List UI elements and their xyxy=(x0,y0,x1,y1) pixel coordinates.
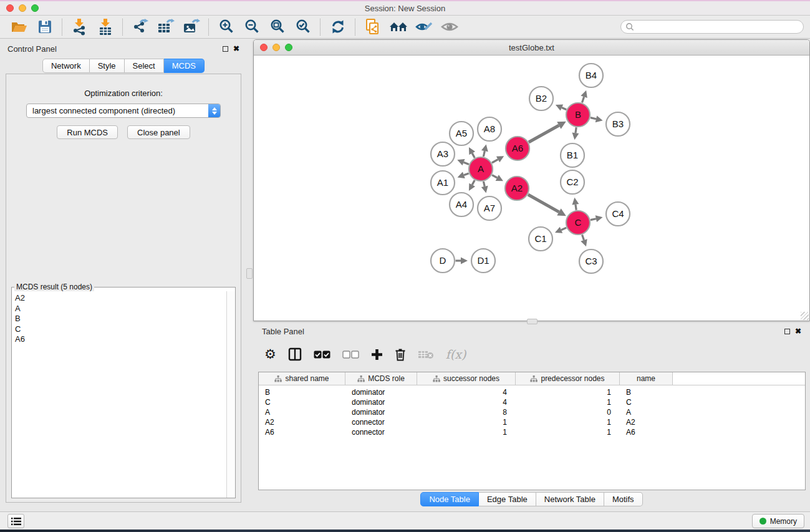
table-cell: 4 xyxy=(417,397,516,407)
column-header-name[interactable]: name xyxy=(620,372,673,385)
table-row[interactable]: Cdominator41C xyxy=(259,397,805,407)
network-graph[interactable]: B4B2BB3A8A5A6A3B1AA1C2A2A4A7C4CC1C3DD1 xyxy=(254,56,809,321)
table-cell: A2 xyxy=(259,417,345,427)
tab-edge-table[interactable]: Edge Table xyxy=(479,492,536,506)
resize-grip[interactable] xyxy=(801,312,809,320)
zoom-out-icon[interactable] xyxy=(239,17,264,37)
refresh-icon[interactable] xyxy=(325,17,350,37)
tab-motifs[interactable]: Motifs xyxy=(604,492,643,506)
result-item[interactable]: A xyxy=(15,304,226,314)
close-panel-icon[interactable]: ✖ xyxy=(233,46,239,52)
graph-node-B2[interactable]: B2 xyxy=(529,87,553,110)
table-row[interactable]: A6connector11A6 xyxy=(259,427,805,437)
graph-node-A8[interactable]: A8 xyxy=(478,117,501,141)
task-history-button[interactable] xyxy=(7,514,24,528)
float-panel-icon[interactable] xyxy=(223,46,228,52)
eye-icon[interactable] xyxy=(436,17,462,37)
zoom-fit-icon[interactable] xyxy=(264,17,290,37)
svg-text:B: B xyxy=(575,109,581,120)
add-icon[interactable] xyxy=(371,346,383,362)
graph-node-C3[interactable]: C3 xyxy=(579,249,603,273)
tab-node-table[interactable]: Node Table xyxy=(420,492,479,506)
tab-network-table[interactable]: Network Table xyxy=(536,492,604,506)
folder-open-icon[interactable] xyxy=(6,17,32,37)
result-item[interactable]: B xyxy=(15,314,226,324)
status-bar: Memory xyxy=(0,511,810,530)
window-controls[interactable] xyxy=(6,4,39,12)
eye-pen-icon[interactable] xyxy=(411,17,436,37)
network-close-button[interactable] xyxy=(260,44,268,51)
network-minimize-button[interactable] xyxy=(272,44,280,51)
graph-node-A7[interactable]: A7 xyxy=(478,196,501,220)
export-table-icon[interactable] xyxy=(153,17,178,37)
table-header-row[interactable]: shared nameMCDS rolesuccessor nodesprede… xyxy=(259,372,805,385)
memory-button[interactable]: Memory xyxy=(752,514,804,528)
graph-node-A2[interactable]: A2 xyxy=(505,177,529,200)
columns-icon[interactable] xyxy=(288,346,302,362)
result-scrollbar[interactable] xyxy=(226,291,235,498)
tab-network[interactable]: Network xyxy=(42,59,90,73)
trash-icon[interactable] xyxy=(395,346,406,362)
run-mcds-button[interactable]: Run MCDS xyxy=(57,125,118,139)
column-header-successor-nodes[interactable]: successor nodes xyxy=(417,372,516,385)
float-table-panel-icon[interactable] xyxy=(784,329,790,334)
close-panel-button[interactable]: Close panel xyxy=(127,125,190,139)
network-window-titlebar[interactable]: testGlobe.txt xyxy=(254,40,809,56)
column-header-shared-name[interactable]: shared name xyxy=(259,372,345,385)
close-window-button[interactable] xyxy=(6,4,14,12)
graph-node-C4[interactable]: C4 xyxy=(606,202,630,226)
network-canvas[interactable]: B4B2BB3A8A5A6A3B1AA1C2A2A4A7C4CC1C3DD1 xyxy=(254,56,809,321)
table-cell: 1 xyxy=(516,397,620,407)
session-title: Session: New Session xyxy=(0,4,810,13)
tab-style[interactable]: Style xyxy=(90,59,125,73)
graph-node-D1[interactable]: D1 xyxy=(471,249,495,273)
tab-select[interactable]: Select xyxy=(125,59,164,73)
criterion-selected-value: largest connected component (directed) xyxy=(27,104,220,117)
gear-icon[interactable]: ⚙ xyxy=(264,346,276,362)
graph-node-B3[interactable]: B3 xyxy=(606,112,630,136)
result-item[interactable]: A6 xyxy=(15,334,226,345)
mcds-result-list[interactable]: A2ABCA6 xyxy=(12,291,226,498)
search-input[interactable] xyxy=(620,20,804,34)
horizontal-splitter-handle[interactable] xyxy=(527,319,538,324)
search-text-field[interactable] xyxy=(634,21,803,32)
graph-node-A5[interactable]: A5 xyxy=(450,122,473,145)
tab-mcds[interactable]: MCDS xyxy=(164,59,205,73)
graph-node-D[interactable]: D xyxy=(431,249,455,273)
graph-node-B[interactable]: B xyxy=(566,103,590,127)
graph-node-C2[interactable]: C2 xyxy=(561,170,584,194)
houses-icon[interactable] xyxy=(385,17,411,37)
column-header-MCDS-role[interactable]: MCDS role xyxy=(345,372,417,385)
result-item[interactable]: C xyxy=(15,324,226,335)
table-row[interactable]: Adominator80A xyxy=(259,407,805,417)
export-image-icon[interactable] xyxy=(178,17,204,37)
table-row[interactable]: A2connector11A2 xyxy=(259,417,805,427)
copy-document-icon[interactable] xyxy=(360,17,385,37)
graph-node-A3[interactable]: A3 xyxy=(431,142,455,166)
vertical-splitter-handle[interactable] xyxy=(246,268,253,279)
graph-node-A4[interactable]: A4 xyxy=(450,193,473,216)
zoom-selected-icon[interactable] xyxy=(290,17,316,37)
table-row[interactable]: Bdominator41B xyxy=(259,387,805,397)
network-zoom-button[interactable] xyxy=(285,44,292,51)
result-item[interactable]: A2 xyxy=(15,293,226,304)
zoom-in-icon[interactable] xyxy=(213,17,239,37)
graph-node-B1[interactable]: B1 xyxy=(561,143,584,167)
minimize-window-button[interactable] xyxy=(19,4,26,12)
graph-node-A[interactable]: A xyxy=(469,157,493,181)
graph-node-A6[interactable]: A6 xyxy=(506,137,529,160)
export-network-icon[interactable] xyxy=(127,17,153,37)
optimization-criterion-select[interactable]: largest connected component (directed) xyxy=(26,104,221,118)
close-table-panel-icon[interactable]: ✖ xyxy=(795,328,801,334)
graph-node-C1[interactable]: C1 xyxy=(529,227,552,251)
import-table-icon[interactable] xyxy=(92,17,118,37)
import-network-icon[interactable] xyxy=(67,17,92,37)
graph-node-B4[interactable]: B4 xyxy=(579,64,603,87)
column-header-predecessor-nodes[interactable]: predecessor nodes xyxy=(516,372,620,385)
zoom-window-button[interactable] xyxy=(31,4,39,12)
graph-node-A1[interactable]: A1 xyxy=(431,171,455,195)
select-all-icon[interactable] xyxy=(314,346,330,362)
graph-node-C[interactable]: C xyxy=(566,211,590,235)
save-icon[interactable] xyxy=(32,17,57,37)
deselect-all-icon[interactable] xyxy=(342,346,359,362)
